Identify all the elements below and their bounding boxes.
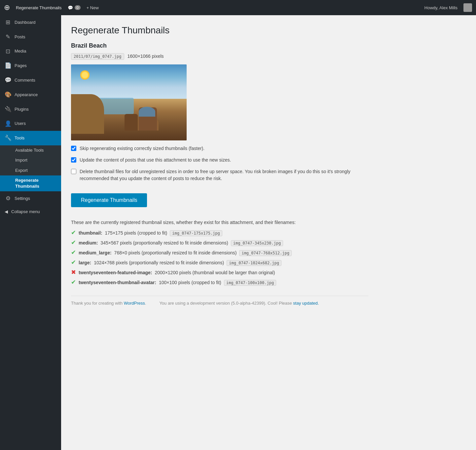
skip-existing-label[interactable]: Skip regenerating existing correctly siz… [80,145,204,152]
footer-left: Thank you for creating with WordPress. [71,301,146,306]
dashboard-icon: ⊞ [5,19,11,26]
thumb-name: twentyseventeen-thumbnail-avatar: [79,280,156,285]
comments-menu-icon: 💬 [5,76,11,84]
sidebar-item-comments[interactable]: 💬 Comments [0,73,61,88]
comments-bar-item[interactable]: 💬 0 [68,5,81,10]
sidebar-item-label: Media [15,48,26,54]
sun-element [80,70,90,80]
sidebar-item-media[interactable]: ⊡ Media [0,44,61,59]
list-item: ✔ thumbnail: 175×175 pixels (cropped to … [71,229,368,236]
collapse-menu-button[interactable]: ◀ Collapse menu [0,206,61,217]
pages-icon: 📄 [5,62,11,70]
thumb-file: img_0747-1024x682.jpg [227,260,281,266]
plugins-icon: 🔌 [5,105,11,113]
list-item: ✔ twentyseventeen-thumbnail-avatar: 100×… [71,279,368,286]
sidebar-item-label: Posts [15,34,25,40]
footer-version-text: You are using a development version (5.0… [159,301,293,306]
admin-menu: ⊞ Dashboard ✎ Posts ⊡ Media 📄 Pag [0,15,61,206]
status-ok-icon: ✔ [71,239,76,246]
sidebar-item-appearance[interactable]: 🎨 Appearance [0,88,61,102]
content-wrap: Regenerate Thumbnails Brazil Beach 2011/… [71,25,368,309]
main-content: Regenerate Thumbnails Brazil Beach 2011/… [61,15,476,450]
thumb-file: img_0747-100x100.jpg [224,280,276,286]
collapse-label: Collapse menu [11,209,40,214]
sidebar-item-tools[interactable]: 🔧 Tools Available Tools Import Export Re… [0,131,61,191]
thumb-name: large: [79,260,91,265]
pixel-dimensions: 1600×1066 pixels [127,54,164,59]
thumb-file: img_0747-175x175.jpg [170,230,222,236]
sidebar-item-pages[interactable]: 📄 Pages [0,58,61,73]
beach-image [71,64,187,140]
thumb-file: img_0747-345x230.jpg [231,240,283,246]
submenu-available-tools[interactable]: Available Tools [0,145,61,155]
option-delete-old: Delete thumbnail files for old unregiste… [71,168,368,182]
thumb-name: medium: [79,240,98,245]
delete-old-checkbox[interactable] [71,169,76,174]
settings-icon: ⚙ [5,195,11,203]
status-ok-icon: ✔ [71,259,76,266]
thumb-desc: 345×567 pixels (proportionally resized t… [100,240,228,245]
sidebar-item-posts[interactable]: ✎ Posts [0,30,61,44]
delete-old-label[interactable]: Delete thumbnail files for old unregiste… [80,168,368,182]
submenu-export[interactable]: Export [0,166,61,175]
footer-right: You are using a development version (5.0… [159,301,319,306]
sidebar-item-label: Plugins [15,106,29,112]
regenerate-thumbnails-button[interactable]: Regenerate Thumbnails [71,193,147,207]
sidebar-item-label: Dashboard [15,19,36,25]
page-footer: Thank you for creating with WordPress. Y… [71,296,368,309]
sidebar-item-settings[interactable]: ⚙ Settings [0,191,61,206]
thumb-name: thumbnail: [79,230,102,236]
footer-wp-link[interactable]: WordPress [124,301,145,306]
new-bar-item[interactable]: + New [87,5,99,10]
submenu-regen-thumbnails[interactable]: Regenerate Thumbnails [0,175,61,191]
thumbnail-list: ✔ thumbnail: 175×175 pixels (cropped to … [71,229,368,286]
thumb-intro-text: These are the currently registered thumb… [71,220,368,225]
footer-thank-you: Thank you for creating with [71,301,124,306]
sidebar-item-label: Appearance [15,92,38,98]
sidebar-item-dashboard[interactable]: ⊞ Dashboard [0,15,61,30]
comments-count: 0 [75,5,81,10]
thumb-desc: 2000×1200 pixels (thumbnail would be lar… [155,270,275,275]
footer-update-link[interactable]: stay updated. [293,301,319,306]
sidebar: ⊞ Dashboard ✎ Posts ⊡ Media 📄 Pag [0,15,61,450]
howdy-text: Howdy, Alex Mills [424,5,458,10]
file-path: 2011/07/img_0747.jpg [71,53,124,60]
thumb-desc: 768×0 pixels (proportionally resized to … [114,250,237,255]
site-name[interactable]: Regenerate Thumbnails [16,5,62,10]
list-item: ✖ twentyseventeen-featured-image: 2000×1… [71,269,368,276]
tools-icon: 🔧 [5,134,11,142]
skip-existing-checkbox[interactable] [71,146,76,151]
update-content-label[interactable]: Update the content of posts that use thi… [80,157,231,164]
appearance-icon: 🎨 [5,91,11,99]
status-ok-icon: ✔ [71,279,76,286]
sidebar-item-label: Users [15,121,26,127]
media-icon: ⊡ [5,48,11,56]
option-skip-existing: Skip regenerating existing correctly siz… [71,145,368,152]
sidebar-item-label: Pages [15,63,27,69]
posts-icon: ✎ [5,33,11,41]
tools-submenu: Available Tools Import Export Regenerate… [0,145,61,191]
avatar [463,3,472,12]
admin-bar: ⊕ Regenerate Thumbnails 💬 0 + New Howdy,… [0,0,476,15]
thumb-file: img_0747-768x512.jpg [239,250,292,256]
image-preview [71,64,368,140]
image-title: Brazil Beach [71,42,368,49]
status-error-icon: ✖ [71,269,76,276]
option-update-content: Update the content of posts that use thi… [71,157,368,164]
update-content-checkbox[interactable] [71,157,76,163]
thumb-name: twentyseventeen-featured-image: [79,270,152,275]
sidebar-item-users[interactable]: 👤 Users [0,117,61,131]
sidebar-item-label: Tools [15,135,24,141]
page-title: Regenerate Thumbnails [71,25,368,36]
thumb-desc: 100×100 pixels (cropped to fit) [159,280,221,285]
sidebar-item-label: Settings [15,196,30,202]
file-info: 2011/07/img_0747.jpg 1600×1066 pixels [71,53,368,60]
comments-icon: 💬 [68,5,73,10]
thumb-name: medium_large: [79,250,112,255]
wp-logo-icon[interactable]: ⊕ [4,3,10,12]
sidebar-item-plugins[interactable]: 🔌 Plugins [0,102,61,117]
collapse-icon: ◀ [5,209,8,214]
list-item: ✔ medium: 345×567 pixels (proportionally… [71,239,368,246]
thumb-desc: 1024×768 pixels (proportionally resized … [94,260,224,265]
submenu-import[interactable]: Import [0,155,61,165]
